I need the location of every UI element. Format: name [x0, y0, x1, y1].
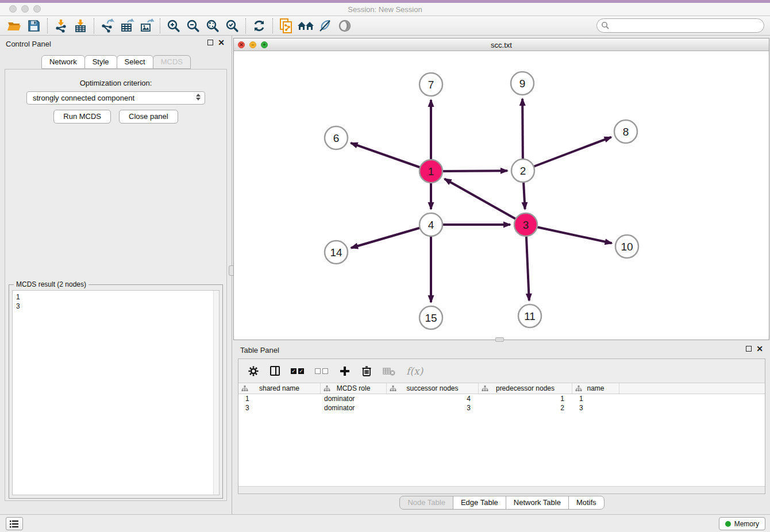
toolbar-separator	[160, 18, 160, 33]
task-history-button[interactable]	[6, 517, 23, 530]
save-session-button[interactable]	[24, 17, 44, 34]
table-cell[interactable]: 1	[572, 394, 619, 403]
houses-icon	[297, 19, 314, 33]
delete-table-icon	[383, 366, 395, 376]
graph-edge-3-10[interactable]	[526, 225, 612, 243]
export-image-icon	[139, 18, 154, 33]
graph-node-1[interactable]: 1	[419, 160, 442, 183]
graph-node-7[interactable]: 7	[419, 73, 442, 96]
float-panel-icon[interactable]	[207, 40, 213, 45]
add-column-icon[interactable]	[339, 365, 351, 377]
column-type-icon	[575, 385, 582, 392]
graph-node-4[interactable]: 4	[419, 213, 442, 236]
memory-status-icon	[725, 521, 731, 527]
zoom-out-button[interactable]	[183, 17, 203, 34]
float-table-panel-icon[interactable]	[746, 346, 752, 352]
table-cell[interactable]: 1	[479, 394, 572, 403]
graph-node-11[interactable]: 11	[518, 304, 541, 327]
result-line: 1	[16, 292, 215, 302]
graph-node-9[interactable]: 9	[511, 72, 534, 95]
search-input[interactable]	[596, 18, 764, 33]
horizontal-splitter-handle[interactable]	[495, 337, 504, 342]
zoom-in-button[interactable]	[164, 17, 183, 34]
svg-text:15: 15	[425, 312, 437, 324]
settings-gear-icon[interactable]	[248, 365, 259, 377]
run-mcds-button[interactable]: Run MCDS	[53, 110, 111, 124]
table-cell[interactable]: 2	[479, 403, 572, 413]
tab-mcds[interactable]: MCDS	[153, 55, 191, 69]
svg-text:10: 10	[621, 241, 633, 253]
graph-node-3[interactable]: 3	[514, 213, 537, 236]
tab-edge-table[interactable]: Edge Table	[453, 496, 506, 510]
close-table-panel-icon[interactable]: ✕	[756, 345, 763, 352]
tab-network-table[interactable]: Network Table	[506, 496, 569, 510]
import-network-button[interactable]	[51, 17, 71, 34]
column-header-MCDS-role[interactable]: MCDS role	[321, 383, 387, 394]
node-table: shared nameMCDS rolesuccessor nodesprede…	[238, 383, 765, 413]
table-cell[interactable]: 3	[238, 403, 321, 413]
column-type-icon	[390, 385, 396, 392]
delete-column-icon[interactable]	[361, 365, 372, 377]
network-window-titlebar[interactable]: ✕ − + scc.txt	[234, 38, 769, 51]
table-cell[interactable]: dominator	[321, 403, 387, 413]
network-view-window: ✕ − + scc.txt 7968124314101511	[233, 38, 769, 340]
result-scrollbar[interactable]	[213, 291, 219, 495]
export-table-icon	[120, 18, 134, 33]
list-icon	[10, 520, 19, 528]
memory-button[interactable]: Memory	[719, 517, 765, 530]
tab-node-table[interactable]: Node Table	[399, 496, 453, 510]
export-image-button[interactable]	[137, 17, 156, 34]
table-horizontal-scrollbar[interactable]	[238, 486, 765, 494]
hide-style-button[interactable]	[315, 17, 335, 34]
criterion-dropdown[interactable]: strongly connected component	[26, 91, 205, 105]
graph-edge-2-8[interactable]	[523, 137, 611, 171]
graph-edge-4-14[interactable]	[351, 225, 431, 248]
export-network-button[interactable]	[98, 17, 117, 34]
graph-edge-3-1[interactable]	[445, 179, 526, 225]
zoom-selected-button[interactable]	[222, 17, 242, 34]
import-table-button[interactable]	[71, 17, 90, 34]
graph-node-2[interactable]: 2	[511, 159, 534, 182]
select-all-icon[interactable]: ✓✓	[291, 368, 304, 374]
column-type-icon	[324, 385, 330, 392]
column-header-shared-name[interactable]: shared name	[238, 383, 321, 394]
table-cell[interactable]: dominator	[321, 394, 387, 403]
tab-motifs[interactable]: Motifs	[568, 496, 605, 510]
table-cell[interactable]: 3	[387, 403, 479, 413]
graph-node-6[interactable]: 6	[325, 126, 348, 149]
control-panel-title: Control Panel	[6, 40, 51, 48]
tab-style[interactable]: Style	[84, 55, 117, 69]
table-row[interactable]: 3dominator323	[238, 403, 765, 413]
refresh-button[interactable]	[249, 17, 269, 34]
duplicate-network-icon	[278, 18, 294, 34]
table-cell[interactable]: 3	[572, 403, 619, 413]
close-panel-icon[interactable]: ✕	[218, 39, 225, 46]
close-panel-button[interactable]: Close panel	[119, 110, 178, 124]
home-button[interactable]	[296, 17, 315, 34]
tab-network[interactable]: Network	[41, 55, 85, 69]
graph-node-10[interactable]: 10	[615, 235, 638, 258]
column-header-successor-nodes[interactable]: successor nodes	[387, 383, 479, 394]
table-cell[interactable]: 1	[238, 394, 321, 403]
eye-button[interactable]	[335, 17, 355, 34]
export-table-button[interactable]	[117, 17, 137, 34]
network-canvas[interactable]: 7968124314101511	[234, 51, 769, 340]
svg-text:11: 11	[524, 310, 536, 322]
table-row[interactable]: 1dominator411	[238, 394, 765, 403]
graph-node-14[interactable]: 14	[325, 241, 348, 264]
graph-node-8[interactable]: 8	[614, 120, 637, 143]
mcds-result-area[interactable]: 13	[12, 290, 220, 495]
tab-select[interactable]: Select	[117, 55, 153, 69]
open-session-button[interactable]	[5, 17, 24, 34]
save-floppy-icon	[27, 19, 41, 33]
column-header-predecessor-nodes[interactable]: predecessor nodes	[479, 383, 572, 394]
column-header-name[interactable]: name	[572, 383, 619, 394]
zoom-fit-button[interactable]	[203, 17, 222, 34]
table-cell[interactable]: 4	[387, 394, 479, 403]
graph-edge-1-6[interactable]	[351, 143, 431, 171]
result-line: 3	[16, 302, 215, 311]
split-column-icon[interactable]	[270, 366, 280, 376]
graph-node-15[interactable]: 15	[419, 306, 442, 329]
deselect-all-icon[interactable]	[315, 368, 328, 374]
duplicate-network-button[interactable]	[276, 17, 296, 34]
